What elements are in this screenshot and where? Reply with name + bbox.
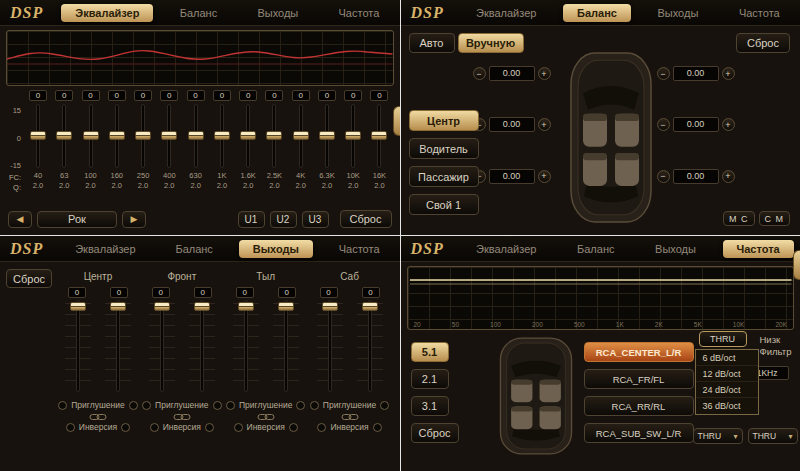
- tab-balance[interactable]: Баланс: [166, 4, 231, 22]
- slider-thumb[interactable]: [56, 131, 72, 140]
- slider-thumb[interactable]: [319, 131, 335, 140]
- slider-thumb[interactable]: [278, 302, 294, 311]
- slider-thumb[interactable]: [154, 302, 170, 311]
- inversion-toggle-right[interactable]: [289, 423, 298, 432]
- channel-front-button[interactable]: RCA_FR/FL: [584, 369, 694, 389]
- decrease-button[interactable]: −: [657, 67, 670, 80]
- slider-thumb[interactable]: [188, 131, 204, 140]
- mode-3-1-button[interactable]: 3.1: [411, 396, 449, 416]
- preset-next-button[interactable]: ▶: [122, 211, 146, 228]
- output-level-slider[interactable]: [362, 300, 378, 392]
- eq-gain-slider[interactable]: [319, 104, 335, 168]
- mute-toggle-left[interactable]: [310, 401, 319, 410]
- slope-option[interactable]: 6 dB/oct: [696, 350, 758, 366]
- tab-balance[interactable]: Баланс: [563, 240, 628, 258]
- user-preset-1-button[interactable]: U1: [238, 211, 265, 228]
- slider-thumb[interactable]: [194, 302, 210, 311]
- eq-gain-slider[interactable]: [161, 104, 177, 168]
- output-level-slider[interactable]: [278, 300, 294, 392]
- eq-gain-slider[interactable]: [266, 104, 282, 168]
- eq-gain-slider[interactable]: [188, 104, 204, 168]
- eq-gain-slider[interactable]: [240, 104, 256, 168]
- eq-gain-slider[interactable]: [293, 104, 309, 168]
- eq-gain-slider[interactable]: [214, 104, 230, 168]
- slider-thumb[interactable]: [238, 302, 254, 311]
- channel-center-button[interactable]: RCA_CENTER_L/R: [584, 342, 694, 362]
- eq-gain-slider[interactable]: [83, 104, 99, 168]
- mc-toggle-button[interactable]: M C: [723, 211, 755, 226]
- slider-thumb[interactable]: [322, 302, 338, 311]
- auto-mode-button[interactable]: Авто: [409, 33, 455, 53]
- increase-button[interactable]: +: [538, 67, 551, 80]
- slider-thumb[interactable]: [371, 131, 387, 140]
- tab-outputs[interactable]: Выходы: [239, 240, 313, 258]
- tab-balance[interactable]: Баланс: [161, 240, 226, 258]
- increase-button[interactable]: +: [538, 118, 551, 131]
- slope-option[interactable]: 36 dB/oct: [696, 398, 758, 414]
- decrease-button[interactable]: −: [473, 67, 486, 80]
- mute-toggle-left[interactable]: [226, 401, 235, 410]
- slider-thumb[interactable]: [345, 131, 361, 140]
- mute-toggle-right[interactable]: [129, 401, 138, 410]
- inversion-toggle-right[interactable]: [205, 423, 214, 432]
- mute-toggle-left[interactable]: [58, 401, 67, 410]
- lpf-slope-select[interactable]: THRU ▾: [693, 428, 743, 444]
- output-level-slider[interactable]: [70, 300, 86, 392]
- mute-toggle-right[interactable]: [380, 401, 389, 410]
- eq-gain-slider[interactable]: [345, 104, 361, 168]
- inversion-toggle-left[interactable]: [66, 423, 75, 432]
- eq-gain-slider[interactable]: [135, 104, 151, 168]
- slider-thumb[interactable]: [30, 131, 46, 140]
- eq-gain-slider[interactable]: [30, 104, 46, 168]
- mode-5-1-button[interactable]: 5.1: [411, 342, 449, 362]
- link-channels-icon[interactable]: [257, 413, 275, 421]
- slider-thumb[interactable]: [109, 131, 125, 140]
- eq-reset-button[interactable]: Сброс: [340, 210, 392, 228]
- decrease-button[interactable]: −: [657, 170, 670, 183]
- eq-gain-slider[interactable]: [109, 104, 125, 168]
- output-level-slider[interactable]: [110, 300, 126, 392]
- freq-reset-button[interactable]: Сброс: [411, 423, 459, 443]
- inversion-toggle-left[interactable]: [150, 423, 159, 432]
- eq-gain-slider[interactable]: [56, 104, 72, 168]
- output-level-slider[interactable]: [238, 300, 254, 392]
- channel-rear-button[interactable]: RCA_RR/RL: [584, 396, 694, 416]
- slider-thumb[interactable]: [214, 131, 230, 140]
- decrease-button[interactable]: −: [657, 118, 670, 131]
- tab-equalizer[interactable]: Эквалайзер: [462, 240, 550, 258]
- inversion-toggle-left[interactable]: [234, 423, 243, 432]
- output-level-slider[interactable]: [322, 300, 338, 392]
- slope-select[interactable]: THRU: [699, 331, 747, 347]
- slider-thumb[interactable]: [70, 302, 86, 311]
- link-channels-icon[interactable]: [341, 413, 359, 421]
- tab-frequency[interactable]: Частота: [325, 240, 394, 258]
- mode-2-1-button[interactable]: 2.1: [411, 369, 449, 389]
- slider-thumb[interactable]: [240, 131, 256, 140]
- slope-option[interactable]: 12 dB/oct: [696, 366, 758, 382]
- eq-gain-slider[interactable]: [371, 104, 387, 168]
- output-level-slider[interactable]: [194, 300, 210, 392]
- tab-equalizer[interactable]: Эквалайзер: [61, 4, 153, 22]
- preset-prev-button[interactable]: ◀: [8, 211, 32, 228]
- tab-frequency[interactable]: Частота: [325, 4, 394, 22]
- slider-thumb[interactable]: [293, 131, 309, 140]
- tab-outputs[interactable]: Выходы: [243, 4, 312, 22]
- inversion-toggle-right[interactable]: [373, 423, 382, 432]
- user-preset-2-button[interactable]: U2: [270, 211, 297, 228]
- tab-outputs[interactable]: Выходы: [641, 240, 710, 258]
- position-custom-button[interactable]: Свой 1: [409, 194, 479, 215]
- slider-thumb[interactable]: [83, 131, 99, 140]
- slider-thumb[interactable]: [161, 131, 177, 140]
- link-channels-icon[interactable]: [173, 413, 191, 421]
- inversion-toggle-right[interactable]: [121, 423, 130, 432]
- user-preset-3-button[interactable]: U3: [302, 211, 329, 228]
- outputs-reset-button[interactable]: Сброс: [6, 269, 52, 288]
- tab-frequency[interactable]: Частота: [723, 240, 794, 258]
- increase-button[interactable]: +: [538, 170, 551, 183]
- tab-outputs[interactable]: Выходы: [643, 4, 712, 22]
- increase-button[interactable]: +: [722, 170, 735, 183]
- increase-button[interactable]: +: [722, 118, 735, 131]
- position-center-button[interactable]: Центр: [409, 110, 479, 131]
- slider-thumb[interactable]: [362, 302, 378, 311]
- preset-button[interactable]: Рок: [37, 211, 117, 228]
